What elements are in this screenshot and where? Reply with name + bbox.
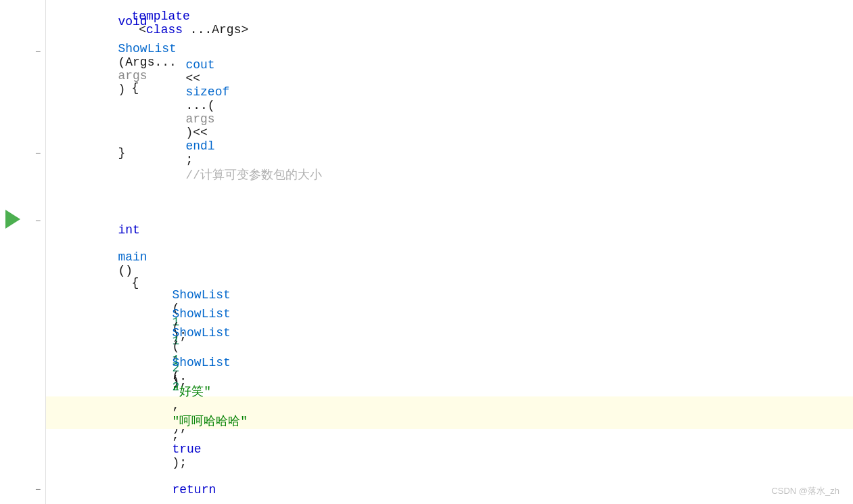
code-line-7 xyxy=(46,202,853,234)
run-arrow-icon[interactable] xyxy=(5,210,20,229)
watermark: CSDN @落水_zh xyxy=(771,485,839,497)
left-gutter: − − − − xyxy=(0,0,46,504)
code-line-16: return 0 ; xyxy=(46,494,853,504)
code-line-14 xyxy=(46,429,853,461)
fold-indicator-close-main[interactable]: − xyxy=(35,484,41,495)
code-line-5: } xyxy=(46,137,853,169)
code-line-6 xyxy=(46,169,853,202)
code-line-4: cout << sizeof ...( args )<< endl ; //计算… xyxy=(46,104,853,137)
code-area: template <class ...Args> void ShowList (… xyxy=(46,0,853,504)
editor-container: − − − − template <class ...Args> void Sh… xyxy=(0,0,853,504)
fold-indicator-main[interactable]: − xyxy=(35,215,41,226)
code-line-13: ShowList ( "好笑" , "呵呵哈哈哈" , true ); xyxy=(46,396,853,429)
fold-indicator-close-showlist[interactable]: − xyxy=(35,147,41,158)
fold-indicator-showlist[interactable]: − xyxy=(35,46,41,57)
code-line-8: int main () xyxy=(46,234,853,267)
